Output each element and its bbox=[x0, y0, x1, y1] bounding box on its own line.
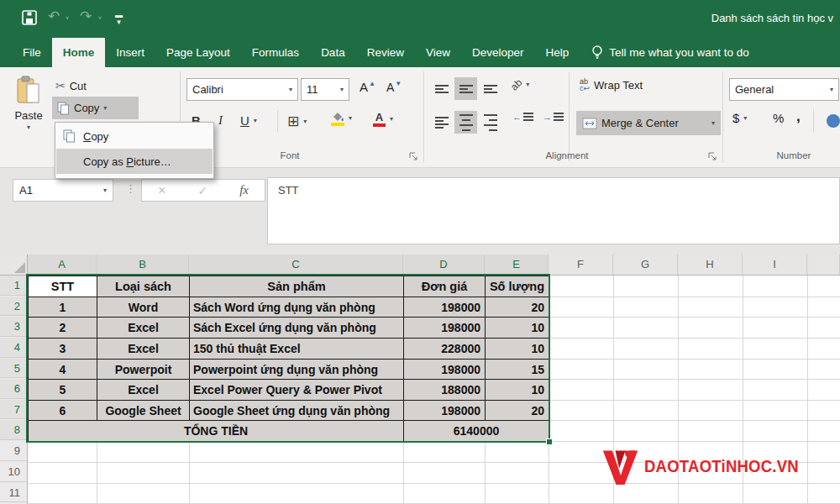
cell-header-Số lượng[interactable]: Số lượng bbox=[486, 276, 549, 297]
decrease-font-button[interactable]: A▼ bbox=[386, 80, 402, 94]
row-header-2[interactable]: 2 bbox=[0, 297, 27, 316]
row-header-10[interactable]: 10 bbox=[0, 462, 27, 482]
column-header-G[interactable]: G bbox=[613, 255, 678, 275]
row-header-4[interactable]: 4 bbox=[0, 338, 27, 358]
row-header-5[interactable]: 5 bbox=[0, 359, 27, 378]
fill-color-button[interactable]: ▾ bbox=[331, 112, 352, 126]
cell-r7c1[interactable]: 6 bbox=[29, 401, 97, 421]
cell-r4c2[interactable]: Excel bbox=[97, 339, 190, 360]
font-size-combo[interactable]: 11 ▾ bbox=[301, 78, 349, 101]
cell-r2c3[interactable]: Sách Word ứng dụng văn phòng bbox=[190, 297, 404, 318]
copy-button[interactable]: Copy ▾ bbox=[52, 97, 139, 119]
column-header-E[interactable]: E bbox=[485, 255, 549, 275]
decrease-indent-button[interactable]: ← bbox=[512, 111, 533, 123]
cell-r3c1[interactable]: 2 bbox=[29, 318, 97, 339]
font-color-button[interactable]: A ▾ bbox=[373, 112, 393, 127]
column-header-A[interactable]: A bbox=[28, 255, 97, 275]
cell-r6c3[interactable]: Excel Power Query & Power Pivot bbox=[190, 380, 404, 401]
cell-r6c5[interactable]: 10 bbox=[486, 380, 549, 401]
column-header-F[interactable]: F bbox=[549, 255, 613, 275]
cell-r3c2[interactable]: Excel bbox=[97, 318, 190, 339]
tab-data[interactable]: Data bbox=[310, 38, 356, 67]
row-header-9[interactable]: 9 bbox=[0, 441, 27, 461]
menu-item-copy-as-picture-[interactable]: Copy as Picture… bbox=[56, 149, 213, 174]
column-header-I[interactable]: I bbox=[743, 255, 807, 275]
align-center-button[interactable] bbox=[454, 111, 477, 134]
alignment-dialog-launcher-icon[interactable] bbox=[707, 151, 717, 161]
cell-r6c4[interactable]: 188000 bbox=[404, 380, 486, 401]
cell-footer-total[interactable]: 6140000 bbox=[404, 421, 549, 442]
tab-view[interactable]: View bbox=[415, 38, 461, 67]
namebox-divider-dots-icon[interactable]: ⋮ bbox=[125, 182, 136, 195]
wrap-text-button[interactable]: abc↩ Wrap Text bbox=[580, 78, 643, 92]
italic-button[interactable]: I bbox=[218, 113, 223, 128]
undo-caret-icon[interactable]: ˅ bbox=[66, 15, 69, 21]
cell-r5c5[interactable]: 15 bbox=[486, 360, 549, 380]
column-header-H[interactable]: H bbox=[678, 255, 743, 275]
cancel-icon[interactable]: × bbox=[158, 183, 165, 198]
increase-indent-button[interactable]: → bbox=[543, 111, 564, 123]
enter-check-icon[interactable]: ✓ bbox=[197, 184, 207, 197]
qat-customize-icon[interactable]: ▬▾ bbox=[115, 12, 123, 25]
undo-icon[interactable]: ↶ bbox=[48, 9, 60, 24]
cell-r4c3[interactable]: 150 thủ thuật Excel bbox=[190, 339, 404, 360]
increase-font-button[interactable]: A▲ bbox=[360, 80, 375, 94]
name-box[interactable]: A1 ▾ bbox=[13, 179, 113, 202]
cell-r5c4[interactable]: 198000 bbox=[404, 360, 486, 380]
cell-r6c2[interactable]: Excel bbox=[97, 380, 190, 401]
tab-home[interactable]: Home bbox=[52, 38, 106, 67]
align-left-button[interactable] bbox=[430, 111, 453, 134]
comma-button[interactable]: , bbox=[796, 108, 801, 125]
row-header-3[interactable]: 3 bbox=[0, 317, 27, 337]
cell-r5c2[interactable]: Powerpoit bbox=[97, 360, 190, 380]
merge-center-button[interactable]: Merge & Center ▾ bbox=[576, 111, 721, 135]
insert-function-icon[interactable]: fx bbox=[239, 183, 249, 197]
cell-header-Đơn giá[interactable]: Đơn giá bbox=[404, 276, 486, 297]
cell-r2c5[interactable]: 20 bbox=[486, 297, 549, 318]
formula-input[interactable]: STT bbox=[267, 177, 840, 244]
cell-r4c1[interactable]: 3 bbox=[29, 339, 97, 360]
paste-button[interactable]: Paste ▾ bbox=[7, 76, 50, 155]
percent-button[interactable]: % bbox=[773, 111, 784, 125]
tab-insert[interactable]: Insert bbox=[105, 38, 155, 67]
cell-r7c5[interactable]: 20 bbox=[486, 401, 549, 421]
cell-r2c4[interactable]: 198000 bbox=[404, 297, 486, 318]
cell-header-Loại sách[interactable]: Loại sách bbox=[97, 276, 190, 297]
cell-r7c3[interactable]: Google Sheet ứng dụng văn phòng bbox=[190, 401, 404, 421]
cell-r7c4[interactable]: 198000 bbox=[404, 401, 486, 421]
tab-page-layout[interactable]: Page Layout bbox=[155, 38, 241, 67]
underline-button[interactable]: U▾ bbox=[240, 113, 257, 128]
select-all-corner[interactable] bbox=[0, 255, 28, 276]
column-header-D[interactable]: D bbox=[403, 255, 485, 275]
redo-caret-icon[interactable]: ˅ bbox=[98, 15, 102, 21]
cell-r2c2[interactable]: Word bbox=[97, 297, 190, 318]
font-dialog-launcher-icon[interactable] bbox=[408, 151, 418, 161]
cell-r3c4[interactable]: 198000 bbox=[404, 318, 486, 339]
row-header-1[interactable]: 1 bbox=[0, 276, 27, 296]
borders-button[interactable]: ⊞▾ bbox=[287, 113, 307, 130]
tab-file[interactable]: File bbox=[12, 38, 52, 67]
align-top-button[interactable] bbox=[430, 77, 453, 100]
cut-button[interactable]: ✂ Cut bbox=[55, 77, 87, 94]
row-header-7[interactable]: 7 bbox=[0, 400, 27, 419]
font-name-combo[interactable]: Calibri ▾ bbox=[186, 78, 298, 101]
align-middle-button[interactable] bbox=[454, 77, 477, 100]
cell-r6c1[interactable]: 5 bbox=[29, 380, 97, 401]
tab-review[interactable]: Review bbox=[356, 38, 415, 67]
tab-developer[interactable]: Developer bbox=[461, 38, 535, 67]
cell-footer-label[interactable]: TỔNG TIỀN bbox=[29, 421, 404, 442]
cell-r2c1[interactable]: 1 bbox=[29, 297, 97, 318]
cell-r3c3[interactable]: Sách Excel ứng dụng văn phòng bbox=[190, 318, 404, 339]
cell-r4c4[interactable]: 228000 bbox=[404, 339, 486, 360]
column-header-partial[interactable] bbox=[807, 255, 840, 275]
align-bottom-button[interactable] bbox=[479, 77, 501, 100]
fill-handle[interactable] bbox=[546, 438, 553, 445]
column-header-B[interactable]: B bbox=[97, 255, 189, 275]
cell-r4c5[interactable]: 10 bbox=[486, 339, 549, 360]
cell-r3c5[interactable]: 10 bbox=[486, 318, 549, 339]
currency-button[interactable]: $▾ bbox=[732, 111, 747, 125]
increase-decimal-icon[interactable] bbox=[827, 114, 840, 128]
redo-icon[interactable]: ↷ bbox=[80, 9, 92, 24]
menu-item-copy[interactable]: Copy bbox=[56, 123, 213, 149]
cell-r5c1[interactable]: 4 bbox=[29, 360, 97, 380]
